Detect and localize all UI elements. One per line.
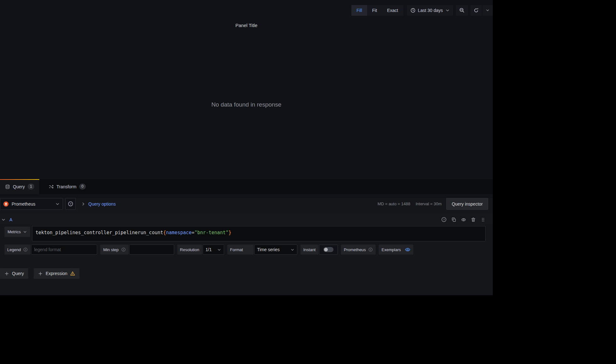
prometheus-logo-icon [3, 201, 9, 207]
resolution-label-text: Resolution [180, 247, 199, 252]
panel-body: No data found in response [0, 30, 493, 179]
code-label-name: namespace [166, 230, 191, 235]
add-query-button[interactable]: Query [0, 268, 28, 279]
metrics-button-label: Metrics [8, 229, 21, 234]
code-metric-name: tekton_pipelines_controller_pipelinerun_… [36, 230, 163, 235]
transform-count-badge: 0 [79, 184, 86, 190]
resolution-select[interactable]: 1/1 [203, 245, 224, 255]
prometheus-option-label: Prometheus [341, 245, 376, 255]
plus-icon [38, 271, 43, 276]
chevron-right-icon [81, 202, 85, 206]
editor-footer: Query Expression [0, 268, 493, 279]
refresh-button[interactable] [470, 5, 482, 16]
instant-label-text: Instant [303, 247, 316, 252]
min-step-input[interactable] [129, 245, 174, 255]
datasource-picker[interactable]: Prometheus [0, 198, 63, 210]
warning-triangle-icon [70, 271, 75, 276]
chevron-down-icon [486, 8, 490, 12]
code-label-value: "bnr-tenant" [195, 230, 228, 235]
panel-header[interactable]: Panel Title [0, 20, 493, 30]
legend-group: Legend [4, 245, 97, 255]
query-options-label: Query options [88, 201, 116, 207]
info-icon[interactable] [121, 247, 126, 252]
panel-title: Panel Title [235, 23, 257, 28]
tab-transform[interactable]: Transform 0 [44, 179, 91, 194]
refresh-interval-dropdown[interactable] [482, 5, 493, 16]
add-expression-button[interactable]: Expression [34, 268, 80, 279]
min-step-group: Min step [100, 245, 174, 255]
query-inspector-button[interactable]: Query inspector [446, 198, 488, 210]
interval-text: Interval = 30m [415, 201, 442, 206]
toggle-visibility-eye-icon[interactable] [461, 217, 466, 222]
legend-label-text: Legend [7, 247, 21, 252]
metrics-browser-button[interactable]: Metrics [4, 227, 30, 237]
min-step-label: Min step [100, 245, 128, 255]
query-count-badge: 1 [28, 184, 34, 190]
database-icon [5, 184, 10, 189]
view-mode-fill-button[interactable]: Fill [351, 5, 367, 16]
query-expression-row: Metrics tekton_pipelines_controller_pipe… [0, 226, 493, 241]
query-ref-id: A [9, 217, 12, 222]
chevron-down-icon [55, 202, 60, 206]
transform-icon [49, 184, 54, 189]
format-group: Format Time series [227, 245, 297, 255]
tab-query-label: Query [13, 184, 25, 189]
view-mode-fit-button[interactable]: Fit [367, 5, 382, 16]
legend-format-input[interactable] [31, 245, 97, 255]
editor-tabbar: Query 1 Transform 0 [0, 179, 493, 194]
query-help-icon[interactable]: ? [441, 217, 447, 222]
query-editor-pane: Prometheus ? Query options MD = auto = 1… [0, 198, 493, 295]
code-close-brace: } [228, 230, 231, 235]
info-icon[interactable] [23, 247, 28, 252]
plus-icon [4, 271, 9, 276]
exemplars-eye-icon[interactable] [405, 247, 410, 252]
datasource-row: Prometheus ? Query options MD = auto = 1… [0, 198, 493, 210]
query-actions: ? [441, 217, 486, 222]
duplicate-query-icon[interactable] [451, 217, 456, 222]
exemplars-label: Exemplars [379, 245, 413, 255]
chevron-down-icon [23, 230, 27, 234]
delete-query-trash-icon[interactable] [470, 217, 476, 222]
max-data-points-text: MD = auto = 1488 [377, 201, 410, 206]
view-mode-exact-button[interactable]: Exact [382, 5, 403, 16]
search-minus-icon [459, 8, 465, 13]
time-range-picker[interactable]: Last 30 days [407, 5, 453, 16]
min-step-label-text: Min step [103, 247, 118, 252]
datasource-help-button[interactable]: ? [65, 198, 76, 210]
format-label-text: Format [230, 247, 243, 252]
grafana-panel-editor: Fill Fit Exact Last 30 days [0, 0, 493, 291]
format-select[interactable]: Time series [254, 245, 297, 255]
info-icon[interactable] [368, 247, 373, 252]
code-open-brace: { [163, 230, 166, 235]
query-row-header[interactable]: A ? [0, 214, 493, 225]
query-options-row: Legend Min step Resolution [0, 245, 493, 255]
chevron-down-icon [445, 8, 450, 13]
chevron-down-icon [217, 248, 221, 252]
tab-query[interactable]: Query 1 [0, 179, 39, 194]
svg-text:?: ? [70, 202, 71, 206]
promql-code-editor[interactable]: tekton_pipelines_controller_pipelinerun_… [32, 226, 486, 241]
instant-label: Instant [300, 245, 318, 255]
tab-transform-label: Transform [57, 184, 76, 189]
toggle-knob [323, 247, 333, 252]
add-expression-label: Expression [46, 271, 67, 276]
view-mode-group: Fill Fit Exact [351, 5, 403, 16]
resolution-label: Resolution [177, 245, 202, 255]
clock-icon [410, 8, 415, 13]
datasource-name: Prometheus [12, 201, 35, 207]
format-label: Format [227, 245, 254, 255]
query-options-toggle[interactable]: Query options [81, 201, 116, 207]
instant-toggle[interactable] [319, 245, 338, 255]
datasource-option-group: Prometheus [341, 245, 376, 255]
resolution-group: Resolution 1/1 [177, 245, 224, 255]
add-query-label: Query [12, 271, 24, 276]
resolution-value: 1/1 [206, 247, 212, 252]
legend-label: Legend [4, 245, 30, 255]
refresh-icon [474, 8, 479, 13]
question-circle-icon: ? [68, 201, 73, 207]
collapse-query-button[interactable] [1, 217, 6, 223]
chevron-down-icon [290, 248, 294, 252]
zoom-out-button[interactable] [456, 5, 468, 16]
svg-text:?: ? [443, 218, 445, 221]
drag-handle-icon[interactable] [480, 217, 486, 222]
